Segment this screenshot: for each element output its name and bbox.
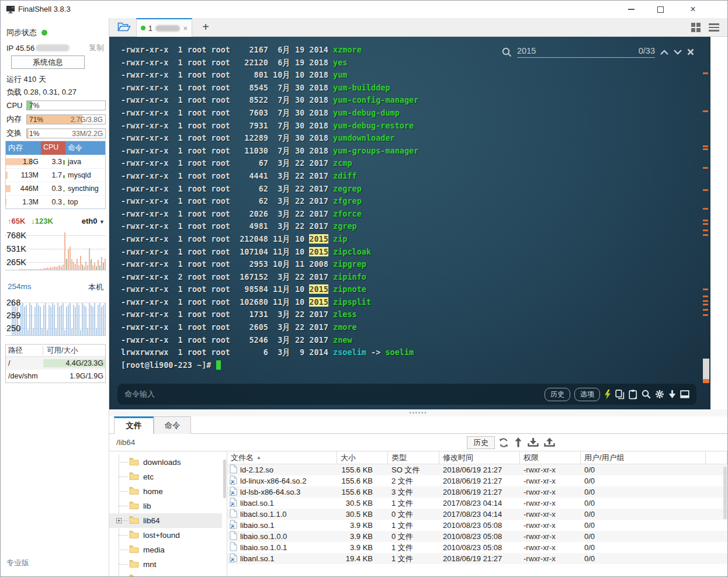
fullscreen-window-icon[interactable] — [680, 390, 689, 398]
cpu-meter-row: CPU 7% — [6, 100, 106, 110]
search-next-button[interactable] — [674, 50, 682, 55]
year-field: 2017 — [309, 310, 328, 319]
minimize-button[interactable] — [618, 1, 644, 18]
terminal-line: -rwxr-xr-x 2 root root 167152 3月 22 2017… — [121, 271, 418, 284]
disk-col-size[interactable]: 可用/大小 — [43, 346, 105, 356]
net-bar — [91, 259, 92, 270]
column-header-5[interactable]: 用户/用户组 — [581, 451, 706, 464]
terminal-tab[interactable]: 1 × — [136, 18, 192, 37]
scrollbar-match-marker — [703, 167, 708, 169]
tab-commands[interactable]: 命令 — [154, 416, 191, 434]
mem-label: 内存 — [6, 114, 26, 124]
interface-dropdown[interactable]: eth0 ▼ — [82, 217, 105, 225]
file-table-row[interactable]: libacl.so.1.1.030.5 KB0 文件2017/08/23 04:… — [227, 509, 727, 520]
column-header-4[interactable]: 权限 — [520, 451, 581, 464]
table-scrollbar-thumb[interactable] — [723, 467, 727, 519]
search-input[interactable]: 2015 0/33 — [517, 46, 655, 58]
tree-item-label: media — [143, 545, 165, 554]
terminal-area[interactable]: -rwxr-xr-x 1 root root 2167 6月 19 2014 x… — [109, 37, 710, 409]
system-info-button[interactable]: 系统信息 — [11, 55, 85, 69]
hamburger-menu-icon[interactable] — [709, 23, 719, 33]
column-header-1[interactable]: 大小 — [337, 451, 388, 464]
terminal-line: -rwxr-xr-x 1 root root 801 10月 10 2018 y… — [121, 69, 418, 82]
process-row[interactable]: 1.3M0.3top — [6, 195, 105, 208]
new-tab-button[interactable]: + — [198, 19, 213, 34]
ping-bar — [80, 330, 81, 335]
tree-item-lib64[interactable]: lib64 — [109, 513, 222, 528]
file-table-row[interactable]: ld-linux-x86-64.so.2155.6 KB2 文件2018/06/… — [227, 475, 727, 486]
file-table-row[interactable]: libanl.so.119.4 KB1 文件2018/06/19 21:27-r… — [227, 553, 727, 564]
file-table-row[interactable]: ld-lsb-x86-64.so.3155.6 KB3 文件2018/06/19… — [227, 486, 727, 498]
panel-splitter[interactable]: •••••• — [109, 409, 727, 416]
column-header-0[interactable]: 文件名▲ — [227, 451, 337, 464]
net-bar — [82, 265, 83, 270]
scroll-to-bottom-icon[interactable] — [668, 390, 676, 399]
file-table-row[interactable]: ld-2.12.so155.6 KBSO 文件2018/06/19 21:27-… — [227, 464, 727, 475]
process-row[interactable]: 446M0.3syncthing — [6, 182, 105, 195]
search-close-button[interactable] — [687, 48, 694, 55]
file-name-cell: libaio.so.1 — [227, 520, 337, 531]
tree-expand-icon[interactable] — [116, 518, 122, 523]
ping-bar — [71, 328, 72, 335]
column-header-2[interactable]: 类型 — [388, 451, 439, 464]
paste-icon[interactable] — [629, 390, 637, 399]
disk-col-path[interactable]: 路径 — [6, 346, 43, 356]
scrollbar-match-marker — [703, 223, 708, 225]
close-button[interactable]: × — [680, 1, 706, 18]
file-panel-content: downloadsetchomeliblib64lost+foundmediam… — [109, 451, 727, 576]
quick-command-bolt-icon[interactable] — [604, 390, 611, 399]
ping-header: 254ms 本机 — [8, 282, 103, 293]
tree-item-etc[interactable]: etc — [109, 470, 222, 484]
settings-gear-icon[interactable] — [655, 390, 664, 399]
tree-item-downloads[interactable]: downloads — [109, 455, 222, 470]
parent-directory-icon[interactable] — [515, 437, 522, 450]
tab-close-icon[interactable]: × — [183, 24, 188, 33]
tree-item-label: mnt — [143, 560, 157, 569]
disk-row[interactable]: /4.4G/23.3G — [6, 357, 105, 370]
tree-item-lost+found[interactable]: lost+found — [109, 528, 222, 543]
tree-item-partial[interactable] — [109, 572, 222, 576]
upload-icon[interactable] — [544, 437, 555, 450]
path-input[interactable]: /lib64 — [116, 438, 135, 447]
file-table-row[interactable]: libaio.so.1.0.03.9 KB0 文件2010/08/23 05:0… — [227, 531, 727, 542]
copy-icon[interactable] — [615, 390, 625, 399]
tree-item-lib[interactable]: lib — [109, 499, 222, 513]
file-type-cell: 1 文件 — [388, 543, 439, 553]
process-col-mem[interactable]: 内存 — [6, 141, 41, 155]
tree-item-media[interactable]: media — [109, 543, 222, 557]
refresh-icon[interactable] — [498, 437, 509, 450]
ip-redacted — [36, 44, 70, 51]
tree-item-mnt[interactable]: mnt — [109, 557, 222, 572]
process-row[interactable]: 1.8G3.3java — [6, 155, 105, 168]
file-mtime-cell: 2010/08/23 05:08 — [439, 532, 520, 541]
tab-layout-icon[interactable] — [691, 23, 701, 32]
tree-scrollbar-thumb[interactable] — [223, 460, 226, 498]
file-table-row[interactable]: libacl.so.130.5 KB1 文件2017/08/23 04:14-r… — [227, 498, 727, 509]
ping-host-dropdown[interactable]: 本机 — [88, 282, 103, 293]
column-header-3[interactable]: 修改时间 — [439, 451, 520, 464]
process-row[interactable]: 113M1.7mysqld — [6, 168, 105, 182]
connection-manager-button[interactable] — [114, 20, 134, 35]
download-icon[interactable] — [528, 437, 539, 450]
command-input-bar[interactable]: 命令输入 历史 选项 — [117, 384, 696, 405]
terminal-search-icon[interactable] — [642, 390, 651, 399]
history-button[interactable]: 历史 — [545, 388, 570, 401]
file-table-row[interactable]: libaio.so.1.0.13.9 KB1 文件2010/08/23 05:0… — [227, 542, 727, 553]
process-col-cpu[interactable]: CPU — [41, 141, 65, 155]
terminal-scrollbar-thumb[interactable] — [703, 359, 709, 383]
tree-item-label: lost+found — [143, 531, 180, 540]
tree-item-home[interactable]: home — [109, 484, 222, 499]
copy-ip-button[interactable]: 复制 — [89, 43, 104, 53]
process-col-cmd[interactable]: 命令 — [65, 141, 105, 155]
options-button[interactable]: 选项 — [574, 388, 600, 401]
path-history-button[interactable]: 历史 — [467, 436, 495, 449]
disk-row[interactable]: /dev/shm1.9G/1.9G — [6, 370, 105, 383]
search-prev-button[interactable] — [660, 50, 668, 55]
file-name: zmore — [333, 322, 357, 332]
file-perm-cell: -rwxr-xr-x — [520, 510, 581, 519]
tab-files[interactable]: 文件 — [114, 416, 154, 434]
file-table-row[interactable]: libaio.so.13.9 KB1 文件2010/08/23 05:08-rw… — [227, 520, 727, 531]
net-bar — [89, 248, 90, 270]
net-bar — [19, 269, 20, 270]
maximize-button[interactable] — [647, 1, 674, 18]
